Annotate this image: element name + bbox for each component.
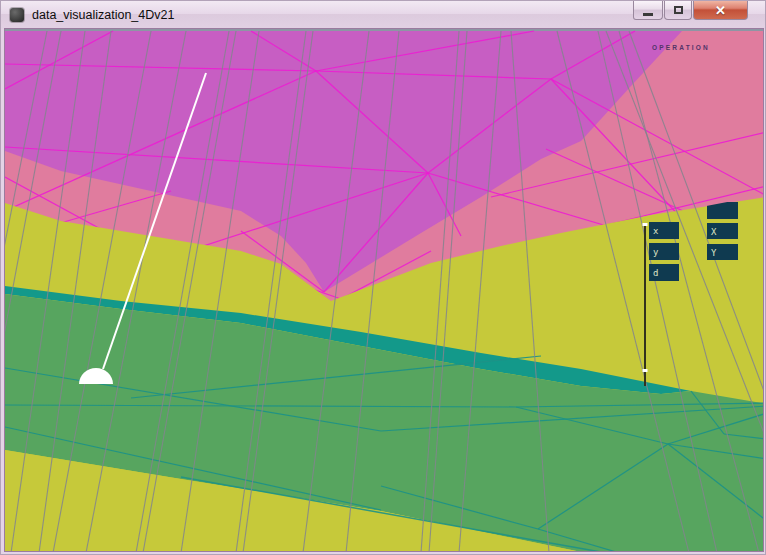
well-label-text: Y: [711, 248, 717, 258]
scene-svg: xydXY: [5, 29, 763, 551]
maximize-button[interactable]: [664, 1, 692, 20]
close-button[interactable]: ✕: [693, 1, 748, 20]
close-icon: ✕: [715, 1, 726, 20]
app-window: data_visualization_4Dv21 ✕ xydXY OPERATI…: [0, 0, 766, 555]
viewport-3d[interactable]: xydXY OPERATION: [5, 29, 763, 551]
minimize-icon: [643, 13, 653, 16]
well-label-box[interactable]: d: [649, 264, 679, 281]
minimize-button[interactable]: [633, 1, 663, 20]
titlebar[interactable]: data_visualization_4Dv21 ✕: [1, 1, 765, 29]
watermark-text: OPERATION: [652, 44, 710, 51]
app-icon: [10, 8, 24, 22]
well-label-text: d: [653, 268, 658, 278]
well-label-text: X: [711, 227, 717, 237]
well-label-box[interactable]: y: [649, 243, 679, 260]
well-label-box[interactable]: x: [649, 222, 679, 239]
well-label-text: y: [653, 247, 659, 257]
well-label-box[interactable]: Y: [707, 244, 738, 260]
window-controls: ✕: [632, 1, 748, 20]
maximize-icon: [674, 6, 683, 14]
well-label-box[interactable]: X: [707, 223, 738, 239]
well-label-text: x: [653, 226, 659, 236]
window-title: data_visualization_4Dv21: [32, 1, 174, 29]
